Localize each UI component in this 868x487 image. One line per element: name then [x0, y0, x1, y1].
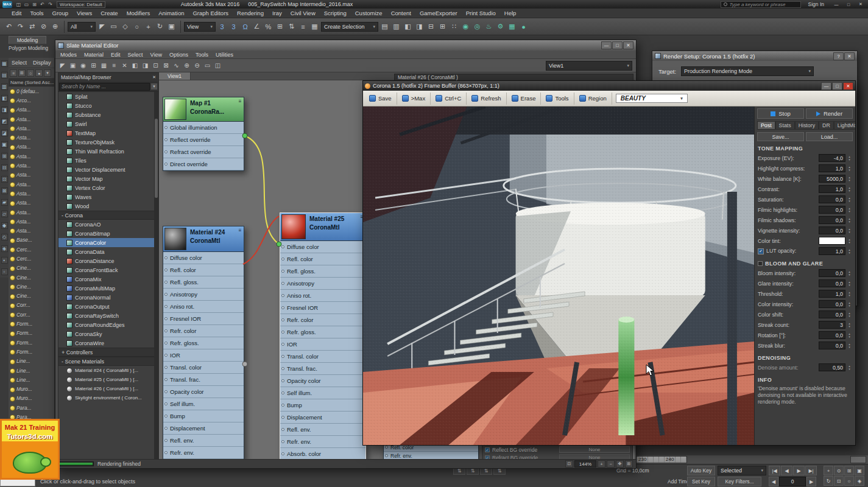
layout-icon[interactable]: ⊟ [1, 164, 8, 171]
toolbar-icon[interactable]: ↷ [15, 21, 26, 32]
input-socket[interactable] [164, 390, 168, 393]
layout-icon[interactable]: ▥ [1, 83, 8, 90]
corona-map-row[interactable]: CoronaMix [58, 275, 158, 284]
layout-icon[interactable]: ◈ [1, 245, 8, 252]
corona-map-row[interactable]: CoronaColor [58, 238, 158, 247]
layout-icon[interactable]: ▫ [1, 268, 8, 275]
node-slot[interactable]: Fresnel IOR [163, 313, 244, 325]
input-socket[interactable] [281, 428, 284, 431]
scene-object-row[interactable]: Form... [9, 338, 54, 347]
slate-toolbar-icon[interactable]: ⊠ [161, 60, 171, 71]
menu-item[interactable]: Create [96, 10, 122, 16]
toolbar-icon[interactable]: ◨ [414, 21, 425, 32]
input-socket[interactable] [164, 415, 168, 418]
browser-scrollbar[interactable] [154, 92, 158, 460]
help-icon[interactable]: ? [833, 52, 844, 60]
node-slot[interactable]: Diffuse color [280, 241, 365, 253]
slate-menu-item[interactable]: Modes [57, 52, 80, 58]
toolbar-icon[interactable]: ⚙ [495, 21, 506, 32]
input-socket[interactable] [281, 404, 284, 407]
save-settings-button[interactable]: Save... [757, 132, 804, 141]
spinner[interactable] [847, 207, 852, 213]
scene-material-row[interactable]: Material #24 ( CoronaMtl ) [... [58, 366, 158, 375]
scene-material-row[interactable]: Material #26 ( CoronaMtl ) [... [58, 384, 158, 393]
toolbar-icon[interactable]: + [143, 21, 154, 32]
scene-object-row[interactable]: Muro... [9, 385, 54, 394]
node-slot[interactable]: Global illumination [163, 122, 244, 134]
node-slot[interactable]: Refr. color [163, 325, 244, 337]
toolbar-icon[interactable]: ⊞ [274, 21, 286, 32]
map-type-row[interactable]: Vector Displacement [58, 165, 158, 174]
menu-item[interactable]: Customize [351, 10, 387, 16]
menu-item[interactable]: Group [48, 10, 72, 16]
layout-icon[interactable]: ◨ [1, 107, 8, 113]
input-socket[interactable] [281, 355, 284, 358]
slate-menu-item[interactable]: Utilities [212, 52, 237, 58]
node-slot[interactable]: Refract override [163, 146, 244, 158]
layout-icon[interactable]: ▪ [1, 257, 8, 264]
toolbar-icon[interactable]: ∷ [448, 21, 460, 32]
scene-object-row[interactable]: Asta... [9, 189, 54, 198]
input-socket[interactable] [164, 281, 168, 284]
scene-object-row[interactable]: Para... [9, 403, 54, 412]
minimize-icon[interactable]: — [821, 82, 831, 90]
toolbar-icon[interactable]: ◉ [460, 21, 471, 32]
toolbar-icon[interactable]: ⇅ [286, 21, 297, 32]
scene-object-row[interactable]: Asta... [9, 114, 54, 124]
map-type-row[interactable]: Waves [58, 192, 158, 201]
corona-map-row[interactable]: CoronaMultiMap [58, 284, 158, 293]
viewport-nav-icon[interactable]: ○ [844, 476, 854, 486]
vfb-tool-button[interactable]: Tools [541, 93, 574, 105]
spinner[interactable] [847, 248, 852, 254]
input-socket[interactable] [281, 367, 284, 370]
input-socket[interactable] [164, 150, 168, 153]
node-slot[interactable]: Displacement [280, 412, 365, 424]
map-type-row[interactable]: Vertex Color [58, 183, 158, 192]
scene-object-row[interactable]: 0 (defau... [9, 86, 54, 96]
toolbar-icon[interactable]: ▦ [506, 21, 518, 32]
close-icon[interactable]: ✕ [843, 82, 853, 90]
render-setup-titlebar[interactable]: Render Setup: Corona 1.5 (hotfix 2) ? ✕ [652, 51, 857, 61]
viewport-nav-icon[interactable]: ↻ [824, 476, 833, 486]
scene-object-row[interactable]: Corr... [9, 310, 54, 319]
node-slot[interactable]: Direct override [163, 158, 244, 170]
toolbar-icon[interactable]: ◤ [96, 21, 108, 32]
input-socket[interactable] [164, 293, 168, 296]
toolbar-icon[interactable]: ▥ [390, 21, 402, 32]
scene-object-row[interactable]: Corr... [9, 301, 54, 310]
node-slot[interactable]: Aniso rot. [163, 301, 244, 313]
scene-object-row[interactable]: Asta... [9, 124, 54, 133]
toolbar-icon[interactable]: ⇄ [26, 21, 38, 32]
menu-item[interactable]: GameExporter [415, 10, 462, 16]
spinner[interactable] [847, 228, 852, 234]
slate-toolbar-icon[interactable]: ◨ [140, 60, 150, 71]
scene-object-row[interactable]: Line... [9, 375, 54, 384]
explorer-toolbar-icon[interactable]: ● [35, 69, 43, 77]
node-slot[interactable]: Absorb. color [280, 448, 365, 460]
reference-coordinate-dropdown[interactable]: View [184, 22, 216, 32]
map-type-row[interactable]: Thin Wall Refraction [58, 147, 158, 156]
node-slot[interactable]: Opacity color [280, 375, 365, 387]
slate-toolbar-icon[interactable]: ◧ [130, 60, 140, 71]
playback-icon[interactable]: ◀ [781, 466, 792, 475]
node-slot[interactable]: Bump [280, 399, 365, 412]
input-socket[interactable] [164, 329, 168, 332]
slate-titlebar[interactable]: Slate Material Editor — □ ✕ [55, 40, 636, 51]
input-socket[interactable] [164, 354, 168, 357]
scene-object-row[interactable]: Form... [9, 329, 54, 338]
param-value-field[interactable]: 3 [819, 321, 845, 329]
param-value-field[interactable]: 0,0 [819, 300, 845, 308]
param-value-field[interactable]: 0,0 [819, 310, 845, 318]
vfb-tab[interactable]: Post [757, 121, 775, 130]
ribbon-subtab-polygon-modeling[interactable]: Polygon Modeling [9, 46, 56, 51]
param-value-field[interactable]: 0,0 [819, 206, 845, 214]
menu-item[interactable]: Print Studio [462, 10, 500, 16]
input-socket[interactable] [385, 454, 388, 457]
viewport-nav-icon[interactable]: ⊙ [834, 466, 844, 475]
vfb-tab[interactable]: LightMix [834, 121, 855, 130]
toolbar-icon[interactable]: ⊕ [49, 21, 61, 32]
view-tab-view1[interactable]: View1 [159, 72, 191, 80]
ribbon-tab-modeling[interactable]: Modeling [9, 36, 46, 44]
quick-access-icon[interactable]: ↷ [46, 1, 54, 8]
scene-object-row[interactable]: Asta... [9, 133, 54, 142]
